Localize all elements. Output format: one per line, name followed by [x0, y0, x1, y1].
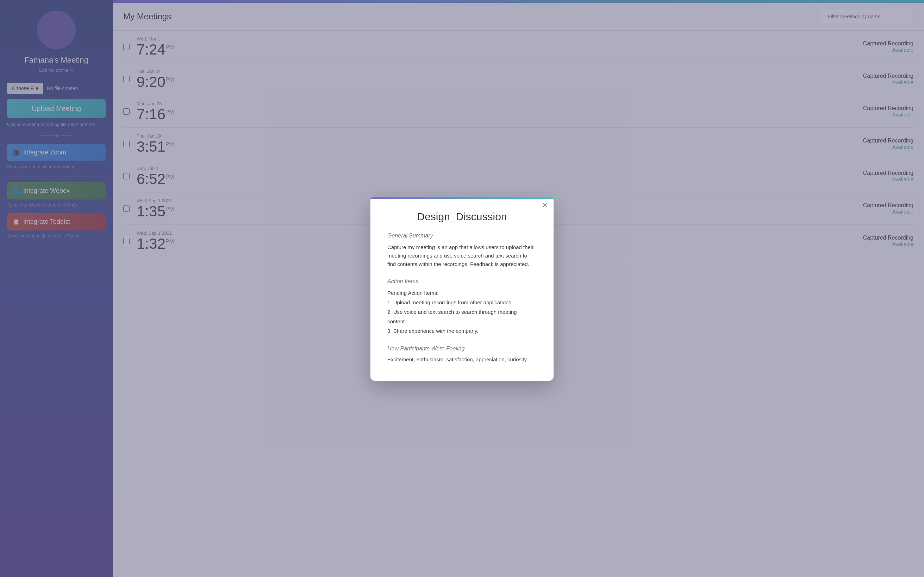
action-items-label: Action Items — [387, 278, 537, 285]
modal-top-bar — [370, 197, 554, 199]
feeling-label: How Participants Were Feeling — [387, 345, 537, 352]
modal-title: Design_Discussion — [387, 211, 537, 223]
modal-close-button[interactable]: ✕ — [541, 201, 548, 210]
general-summary-text: Capture my meeting is an app that allows… — [387, 243, 537, 268]
modal-overlay[interactable]: ✕ Design_Discussion General Summary Capt… — [0, 0, 924, 577]
modal-dialog: ✕ Design_Discussion General Summary Capt… — [370, 197, 554, 381]
general-summary-label: General Summary — [387, 232, 537, 239]
feeling-text: Excitement, enthusiasm, satisfaction, ap… — [387, 355, 537, 364]
action-items-text: Pending Action Items:1. Upload meeting r… — [387, 288, 537, 336]
